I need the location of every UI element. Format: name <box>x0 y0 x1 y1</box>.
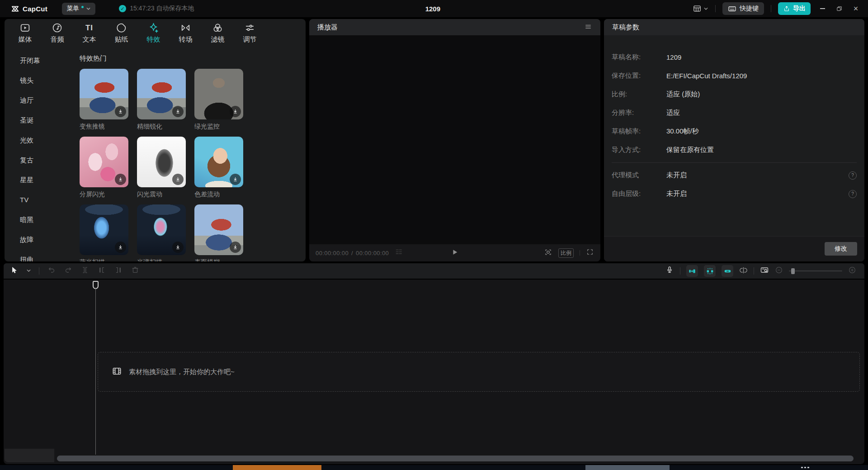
effect-thumbnail[interactable] <box>137 204 186 255</box>
download-icon <box>175 109 181 114</box>
tab-adjust[interactable]: 调节 <box>234 20 266 46</box>
effect-name: 光谱扫描 <box>137 258 186 261</box>
effect-thumbnail[interactable] <box>137 69 186 119</box>
asset-tabbar: 媒体 音频 TI 文本 贴纸 特效 转场 <box>5 19 306 47</box>
effect-card[interactable]: 蓝光扫描 <box>80 204 128 261</box>
total-duration: 00:00:00:00 <box>356 250 389 256</box>
player-viewport[interactable] <box>309 35 600 244</box>
effect-card[interactable]: 精细锐化 <box>137 69 186 131</box>
effect-card[interactable]: 分屏闪光 <box>80 137 128 199</box>
effect-card[interactable]: 色差流动 <box>194 137 243 199</box>
effect-card[interactable]: 变焦推镜 <box>80 69 128 131</box>
player-menu-button[interactable] <box>584 23 592 32</box>
download-button[interactable] <box>230 242 241 253</box>
ratio-button[interactable]: 比例 <box>558 248 574 258</box>
help-icon[interactable]: ? <box>849 190 857 198</box>
toolbar-divider <box>680 267 680 275</box>
download-button[interactable] <box>115 242 126 253</box>
effect-card[interactable]: 表面模糊 <box>194 204 243 261</box>
draft-rows: 草稿名称: 1209 保存位置: E:/EFI/CapCut Drafts/12… <box>604 48 864 203</box>
effect-thumbnail[interactable] <box>194 69 243 119</box>
draft-row: 自由层级: 未开启 ? <box>604 185 864 203</box>
auto-snap-toggle[interactable] <box>704 265 716 277</box>
zoom-out-icon <box>775 266 783 274</box>
zoom-out-button[interactable] <box>775 266 783 276</box>
tab-sticker[interactable]: 贴纸 <box>105 20 137 46</box>
empty-track-dropzone[interactable]: 素材拖拽到这里，开始你的大作吧~ <box>98 352 860 392</box>
effect-card[interactable]: 闪光震动 <box>137 137 186 199</box>
delete-button[interactable] <box>131 266 140 276</box>
download-icon <box>232 244 238 250</box>
text-icon: TI <box>85 22 93 33</box>
download-icon <box>118 109 123 114</box>
select-tool-button[interactable] <box>10 266 19 276</box>
redo-button[interactable] <box>64 266 73 276</box>
draft-row-value: E:/EFI/CapCut Drafts/1209 <box>666 72 747 80</box>
export-button[interactable]: 导出 <box>778 2 811 15</box>
shortcuts-label: 快捷键 <box>740 5 759 13</box>
tab-filter[interactable]: 滤镜 <box>202 20 234 46</box>
split-button[interactable] <box>80 266 90 276</box>
effect-thumbnail[interactable] <box>194 204 243 255</box>
download-button[interactable] <box>172 106 184 117</box>
app-name: CapCut <box>23 5 47 13</box>
draft-panel-title: 草稿参数 <box>612 23 639 32</box>
tab-effects[interactable]: 特效 <box>137 20 170 46</box>
effect-card[interactable]: 光谱扫描 <box>137 204 186 261</box>
preview-axis-button[interactable] <box>739 266 748 276</box>
effect-thumbnail[interactable] <box>194 137 243 187</box>
timeline-area[interactable]: 素材拖拽到这里，开始你的大作吧~ <box>4 280 864 464</box>
modify-button[interactable]: 修改 <box>825 242 857 256</box>
main-track-magnet-toggle[interactable] <box>686 265 698 277</box>
horizontal-scrollbar[interactable] <box>57 456 854 461</box>
taskbar-active-app-sliver <box>233 465 321 470</box>
tool-dropdown-button[interactable] <box>26 267 31 275</box>
fit-timeline-button[interactable] <box>760 266 769 276</box>
draft-row: 代理模式 未开启 ? <box>604 166 864 185</box>
slider-thumb[interactable] <box>791 268 795 274</box>
hamburger-icon <box>584 23 592 31</box>
draft-row-value: 30.00帧/秒 <box>666 127 699 136</box>
record-voiceover-button[interactable] <box>665 266 674 276</box>
play-button[interactable] <box>451 248 459 258</box>
delete-right-button[interactable] <box>114 266 123 276</box>
linkage-toggle[interactable] <box>722 265 733 277</box>
download-button[interactable] <box>230 106 241 117</box>
tab-transition[interactable]: 转场 <box>170 20 202 46</box>
timecode: 00:00:00:00 / 00:00:00:00 <box>316 250 389 256</box>
zoom-in-button[interactable] <box>848 266 856 276</box>
shortcuts-button[interactable]: 快捷键 <box>722 2 764 15</box>
download-button[interactable] <box>172 242 184 253</box>
close-button[interactable]: × <box>851 4 861 14</box>
player-panel: 播放器 00:00:00:00 / 00:00:00:00 比例 <box>309 19 600 261</box>
help-icon[interactable]: ? <box>849 171 857 180</box>
effect-thumbnail[interactable] <box>80 204 128 255</box>
tab-text[interactable]: TI 文本 <box>73 20 105 46</box>
delete-left-button[interactable] <box>97 266 106 276</box>
time-separator: / <box>351 250 353 256</box>
menu-button[interactable]: 菜单 <box>62 3 95 15</box>
draft-row: 保存位置: E:/EFI/CapCut Drafts/1209 <box>604 66 864 85</box>
timeline-zoom-slider[interactable] <box>789 268 842 274</box>
preview-quality-button[interactable] <box>544 248 552 258</box>
download-icon <box>175 244 181 250</box>
download-button[interactable] <box>115 106 126 117</box>
empty-track-hint: 素材拖拽到这里，开始你的大作吧~ <box>129 368 235 376</box>
download-button[interactable] <box>172 174 184 185</box>
undo-button[interactable] <box>47 266 56 276</box>
titlebar-right: 快捷键 导出 × <box>693 0 868 17</box>
layout-switch-button[interactable] <box>693 4 708 13</box>
download-button[interactable] <box>115 174 126 185</box>
effect-thumbnail[interactable] <box>80 69 128 119</box>
tab-audio[interactable]: 音频 <box>41 20 73 46</box>
frame-grid-icon[interactable] <box>394 247 403 258</box>
download-button[interactable] <box>230 174 241 185</box>
minimize-button[interactable] <box>817 4 827 14</box>
fullscreen-button[interactable] <box>586 248 594 258</box>
player-title: 播放器 <box>317 23 338 32</box>
tab-media[interactable]: 媒体 <box>9 20 41 46</box>
effect-card[interactable]: 绿光监控 <box>194 69 243 131</box>
maximize-button[interactable] <box>834 4 844 14</box>
effect-thumbnail[interactable] <box>80 137 128 187</box>
effect-thumbnail[interactable] <box>137 137 186 187</box>
